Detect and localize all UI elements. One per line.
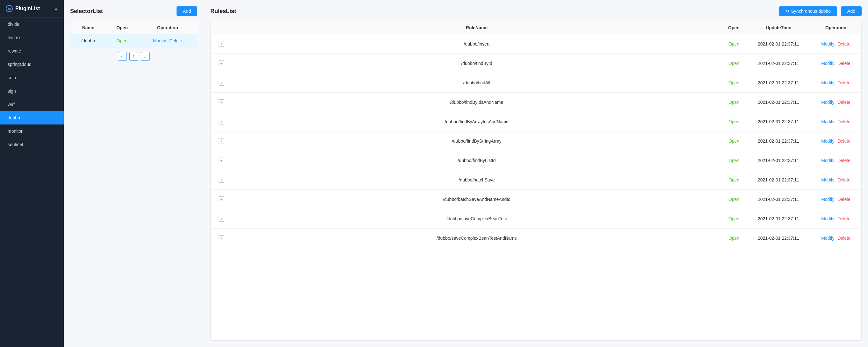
rule-delete-button[interactable]: Delete: [837, 119, 850, 124]
expand-button[interactable]: +: [219, 235, 224, 241]
rule-modify-button[interactable]: Modify: [821, 80, 834, 85]
rule-operation: Modify Delete: [810, 112, 861, 132]
sidebar-item-divide[interactable]: divide: [0, 18, 64, 31]
rule-open: Open: [721, 209, 747, 229]
expand-button[interactable]: +: [219, 216, 224, 221]
expand-button[interactable]: +: [219, 80, 224, 85]
rule-name: /dubbo/findByStringArray: [232, 132, 721, 151]
pagination-page-1[interactable]: 1: [129, 52, 138, 61]
rule-modify-button[interactable]: Modify: [821, 236, 834, 241]
sidebar-header-left: ◎ PluginList: [6, 5, 40, 12]
rule-modify-button[interactable]: Modify: [821, 138, 834, 144]
rule-modify-button[interactable]: Modify: [821, 61, 834, 66]
expand-cell: +: [211, 54, 232, 73]
sync-dubbo-button[interactable]: ↻ Synchronous dubbo: [779, 6, 837, 16]
sidebar-item-sofa[interactable]: sofa: [0, 71, 64, 84]
expand-button[interactable]: +: [219, 119, 224, 125]
rule-open: Open: [721, 132, 747, 151]
rule-modify-button[interactable]: Modify: [821, 177, 834, 182]
rule-open: Open: [721, 190, 747, 209]
sidebar-title: PluginList: [15, 6, 40, 11]
rule-modify-button[interactable]: Modify: [821, 100, 834, 105]
table-row: + /dubbo/findByArrayIdsAndName Open 2021…: [211, 112, 861, 132]
rule-modify-button[interactable]: Modify: [821, 41, 834, 46]
rule-name: /dubbo/saveComplexBeanTest: [232, 209, 721, 229]
selector-add-button[interactable]: Add: [177, 6, 197, 16]
selector-row-open: Open: [106, 34, 138, 47]
rule-delete-button[interactable]: Delete: [837, 197, 850, 202]
expand-button[interactable]: +: [219, 138, 224, 144]
rule-update-time: 2021-02-01 22:37:11: [747, 54, 810, 73]
table-row: + /dubbo/findById Open 2021-02-01 22:37:…: [211, 54, 861, 73]
sidebar-item-waf[interactable]: waf: [0, 98, 64, 111]
expand-button[interactable]: +: [219, 158, 224, 163]
table-row: + /dubbo/saveComplexBeanTestAndName Open…: [211, 229, 861, 248]
rule-operation: Modify Delete: [810, 151, 861, 170]
expand-cell: +: [211, 190, 232, 209]
pagination-next-button[interactable]: >: [141, 52, 150, 61]
rule-open: Open: [721, 34, 747, 54]
sidebar-item-label: rewrite: [8, 48, 21, 54]
sidebar-item-sign[interactable]: sign: [0, 84, 64, 98]
rule-delete-button[interactable]: Delete: [837, 216, 850, 221]
selector-table: Name Open Operation /dubbo Open Modify: [70, 21, 197, 47]
sidebar-item-label: waf: [8, 102, 15, 107]
rule-modify-button[interactable]: Modify: [821, 158, 834, 163]
rule-modify-button[interactable]: Modify: [821, 119, 834, 124]
selector-modify-button[interactable]: Modify: [153, 38, 166, 43]
expand-cell: +: [211, 170, 232, 190]
pagination-prev-button[interactable]: <: [118, 52, 127, 61]
expand-cell: +: [211, 209, 232, 229]
rules-panel-title: RulesList: [210, 8, 236, 15]
rules-header-actions: ↻ Synchronous dubbo Add: [779, 6, 862, 16]
rule-delete-button[interactable]: Delete: [837, 158, 850, 163]
expand-cell: +: [211, 151, 232, 170]
sidebar-item-rewrite[interactable]: rewrite: [0, 44, 64, 58]
rule-update-time: 2021-02-01 22:37:11: [747, 229, 810, 248]
sidebar-item-sentinel[interactable]: sentinel: [0, 138, 64, 151]
rule-delete-button[interactable]: Delete: [837, 80, 850, 85]
rules-panel: RulesList ↻ Synchronous dubbo Add RuleNa…: [204, 0, 868, 347]
selector-delete-button[interactable]: Delete: [169, 38, 182, 43]
rule-delete-button[interactable]: Delete: [837, 100, 850, 105]
expand-button[interactable]: +: [219, 177, 224, 183]
rule-name: /dubbo/batchSave: [232, 170, 721, 190]
expand-button[interactable]: +: [219, 61, 224, 66]
expand-cell: +: [211, 93, 232, 112]
expand-button[interactable]: +: [219, 41, 224, 47]
plugin-icon: ◎: [6, 5, 13, 12]
main-content: SelectorList Add Name Open Operation /du: [64, 0, 868, 347]
rule-update-time: 2021-02-01 22:37:11: [747, 190, 810, 209]
sidebar-item-springcloud[interactable]: springCloud: [0, 58, 64, 71]
expand-button[interactable]: +: [219, 197, 224, 202]
sync-icon: ↻: [785, 9, 789, 14]
rules-add-button[interactable]: Add: [841, 6, 862, 16]
rule-modify-button[interactable]: Modify: [821, 197, 834, 202]
rule-delete-button[interactable]: Delete: [837, 138, 850, 144]
expand-button[interactable]: +: [219, 99, 224, 105]
rule-operation: Modify Delete: [810, 170, 861, 190]
table-row: + /dubbo/findAll Open 2021-02-01 22:37:1…: [211, 73, 861, 93]
rule-update-time: 2021-02-01 22:37:11: [747, 132, 810, 151]
rule-operation-cell: Modify Delete: [815, 80, 856, 85]
selector-col-operation: Operation: [138, 21, 197, 34]
rule-delete-button[interactable]: Delete: [837, 61, 850, 66]
rule-modify-button[interactable]: Modify: [821, 216, 834, 221]
rules-panel-header: RulesList ↻ Synchronous dubbo Add: [210, 6, 862, 16]
expand-cell: +: [211, 34, 232, 54]
rule-delete-button[interactable]: Delete: [837, 177, 850, 182]
rules-col-rulename: RuleName: [232, 21, 721, 34]
expand-cell: +: [211, 73, 232, 93]
selector-panel-title: SelectorList: [70, 8, 103, 15]
rules-table-wrap: RuleName Open UpdateTime Operation + /du…: [210, 21, 862, 341]
rule-delete-button[interactable]: Delete: [837, 41, 850, 46]
sidebar-item-monitor[interactable]: monitor: [0, 125, 64, 138]
rule-delete-button[interactable]: Delete: [837, 236, 850, 241]
sidebar-item-dubbo[interactable]: dubbo: [0, 111, 64, 125]
sidebar-item-hystrix[interactable]: hystrix: [0, 31, 64, 44]
sidebar-item-label: sofa: [8, 75, 16, 80]
rule-open: Open: [721, 229, 747, 248]
selector-pagination: < 1 >: [70, 47, 197, 65]
chevron-left-icon: <: [121, 54, 124, 59]
sidebar-item-label: divide: [8, 22, 20, 27]
